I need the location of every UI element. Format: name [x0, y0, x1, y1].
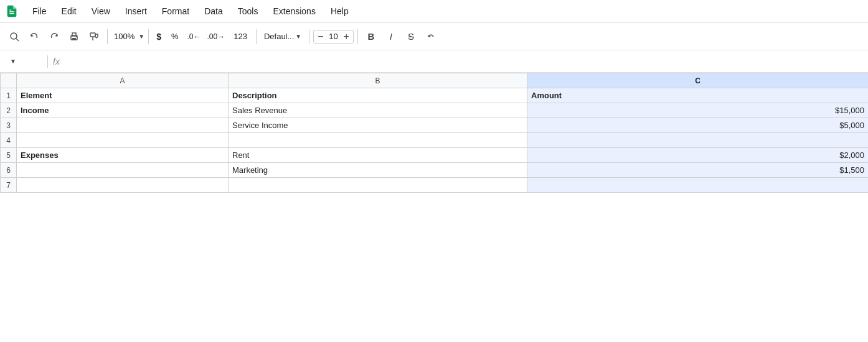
svg-rect-10 [90, 33, 95, 37]
separator-1 [107, 29, 108, 44]
formula-bar: ▼ fx [0, 50, 868, 73]
zoom-value: 100% [111, 30, 137, 42]
separator-5 [357, 29, 358, 44]
redo-button[interactable] [45, 27, 64, 46]
cell-b7[interactable] [229, 178, 527, 193]
grid-container: A B C 1ElementDescriptionAmount2IncomeSa… [0, 73, 868, 193]
cell-c4[interactable] [527, 133, 869, 148]
menu-insert[interactable]: Insert [119, 4, 153, 19]
font-size-decrease-button[interactable]: − [316, 31, 324, 42]
corner-header [1, 73, 17, 88]
cell-c3[interactable]: $5,000 [527, 118, 869, 133]
cell-b3[interactable]: Service Income [229, 118, 527, 133]
search-button[interactable] [5, 27, 24, 46]
undo-button[interactable] [25, 27, 44, 46]
svg-line-5 [16, 39, 19, 41]
cell-reference[interactable]: ▼ [5, 57, 42, 66]
table-row: 6Marketing$1,500 [1, 163, 869, 178]
bold-button[interactable]: B [362, 27, 380, 46]
zoom-dropdown[interactable]: ▼ [138, 33, 144, 40]
percent-button[interactable]: % [166, 30, 184, 42]
row-number: 5 [1, 148, 17, 163]
column-header-b[interactable]: B [229, 73, 527, 88]
menu-help[interactable]: Help [324, 4, 355, 19]
table-row: 4 [1, 133, 869, 148]
cell-b5[interactable]: Rent [229, 148, 527, 163]
cell-a1[interactable]: Element [17, 88, 229, 103]
font-family-button[interactable]: Defaul... ▼ [260, 30, 305, 42]
formula-input[interactable] [65, 57, 863, 66]
cell-a6[interactable] [17, 163, 229, 178]
column-header-row: A B C [1, 73, 869, 88]
cell-c1[interactable]: Amount [527, 88, 869, 103]
cell-b6[interactable]: Marketing [229, 163, 527, 178]
cell-a2[interactable]: Income [17, 103, 229, 118]
redo-icon [49, 32, 59, 42]
toolbar: 100% ▼ $ % .0← .00→ 123 Defaul... ▼ − 10… [0, 23, 868, 50]
row-number: 3 [1, 118, 17, 133]
cell-c7[interactable] [527, 178, 869, 193]
row-number: 4 [1, 133, 17, 148]
row-number: 7 [1, 178, 17, 193]
strikethrough-button[interactable]: S [402, 27, 420, 46]
search-icon [9, 32, 19, 42]
fx-label: fx [53, 57, 60, 67]
zoom-control[interactable]: 100% ▼ [111, 30, 144, 42]
table-row: 7 [1, 178, 869, 193]
font-size-increase-button[interactable]: + [342, 31, 351, 42]
cell-a4[interactable] [17, 133, 229, 148]
menu-edit[interactable]: Edit [55, 4, 83, 19]
cell-b2[interactable]: Sales Revenue [229, 103, 527, 118]
cell-c6[interactable]: $1,500 [527, 163, 869, 178]
cell-c2[interactable]: $15,000 [527, 103, 869, 118]
svg-point-9 [76, 36, 77, 37]
table-row: 1ElementDescriptionAmount [1, 88, 869, 103]
more-format-button[interactable] [422, 27, 440, 46]
cell-a3[interactable] [17, 118, 229, 133]
undo-icon [29, 32, 39, 42]
menu-tools[interactable]: Tools [232, 4, 265, 19]
svg-rect-7 [72, 33, 76, 36]
font-size-value: 10 [326, 32, 341, 41]
separator-2 [148, 29, 149, 44]
row-number: 6 [1, 163, 17, 178]
app-logo [5, 4, 19, 18]
print-icon [69, 32, 79, 42]
paint-format-icon [89, 32, 99, 42]
row-number: 2 [1, 103, 17, 118]
svg-rect-8 [72, 38, 76, 40]
italic-button[interactable]: I [382, 27, 400, 46]
column-header-c[interactable]: C [527, 73, 869, 88]
table-row: 5ExpensesRent$2,000 [1, 148, 869, 163]
cell-b4[interactable] [229, 133, 527, 148]
spreadsheet-table: A B C 1ElementDescriptionAmount2IncomeSa… [0, 73, 868, 193]
number-format-button[interactable]: 123 [229, 30, 252, 42]
separator-4 [309, 29, 309, 44]
table-row: 3Service Income$5,000 [1, 118, 869, 133]
paint-format-button[interactable] [85, 27, 103, 46]
svg-point-4 [11, 33, 17, 39]
row-number: 1 [1, 88, 17, 103]
menu-data[interactable]: Data [198, 4, 229, 19]
separator-3 [256, 29, 257, 44]
menu-file[interactable]: File [26, 4, 53, 19]
menu-view[interactable]: View [85, 4, 116, 19]
cell-a5[interactable]: Expenses [17, 148, 229, 163]
decimal-decrease-button[interactable]: .0← [185, 31, 204, 42]
menu-extensions[interactable]: Extensions [267, 4, 321, 19]
decimal-increase-button[interactable]: .00→ [205, 31, 228, 42]
menu-format[interactable]: Format [156, 4, 196, 19]
font-family-dropdown-icon: ▼ [295, 33, 301, 40]
formula-separator [47, 55, 48, 68]
table-row: 2IncomeSales Revenue$15,000 [1, 103, 869, 118]
menu-bar: File Edit View Insert Format Data Tools … [0, 0, 868, 23]
cell-ref-dropdown-icon[interactable]: ▼ [10, 58, 16, 65]
cell-a7[interactable] [17, 178, 229, 193]
font-size-control: − 10 + [313, 30, 354, 44]
more-format-icon [426, 32, 436, 42]
column-header-a[interactable]: A [17, 73, 229, 88]
print-button[interactable] [65, 27, 83, 46]
cell-b1[interactable]: Description [229, 88, 527, 103]
cell-c5[interactable]: $2,000 [527, 148, 869, 163]
currency-button[interactable]: $ [153, 30, 165, 43]
